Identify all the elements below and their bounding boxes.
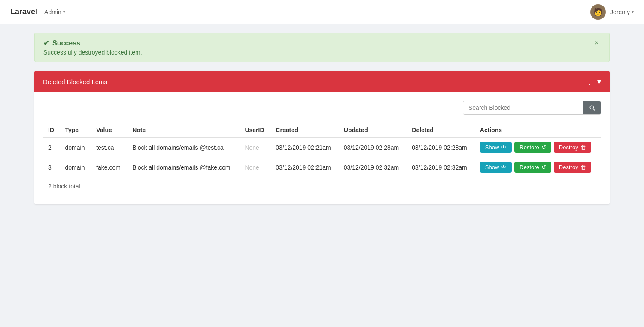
cell-note: Block all domains/emails @fake.com <box>127 157 240 177</box>
eye-icon: 👁 <box>501 164 507 170</box>
search-button[interactable] <box>583 101 601 114</box>
cell-note: Block all domains/emails @test.ca <box>127 137 240 157</box>
col-note: Note <box>127 123 240 137</box>
cell-id: 3 <box>43 157 60 177</box>
card-header-actions[interactable]: ⋮ ▾ <box>586 77 601 86</box>
alert-title-text: Success <box>52 39 80 47</box>
cell-type: domain <box>60 157 91 177</box>
admin-label: Admin <box>44 9 61 15</box>
user-name: Jeremy <box>610 9 630 15</box>
show-button[interactable]: Show 👁 <box>480 162 512 173</box>
cell-created: 03/12/2019 02:21am <box>270 157 339 177</box>
navbar: Laravel Admin ▾ 🧑 Jeremy ▾ <box>0 0 644 24</box>
cell-actions: Show 👁 Restore ↺ Destroy 🗑 <box>475 137 601 157</box>
user-menu[interactable]: 🧑 Jeremy ▾ <box>590 4 634 20</box>
alert-title: ✔ Success <box>43 39 142 47</box>
cell-id: 2 <box>43 137 60 157</box>
cell-deleted: 03/12/2019 02:32am <box>407 157 475 177</box>
main-card: Deleted Blocked Items ⋮ ▾ <box>34 71 610 204</box>
search-input[interactable] <box>463 101 583 114</box>
col-userid: UserID <box>240 123 270 137</box>
col-deleted: Deleted <box>407 123 475 137</box>
cell-actions: Show 👁 Restore ↺ Destroy 🗑 <box>475 157 601 177</box>
col-actions: Actions <box>475 123 601 137</box>
trash-icon: 🗑 <box>580 164 586 170</box>
table-row: 2 domain test.ca Block all domains/email… <box>43 137 601 157</box>
card-body: ID Type Value Note UserID Created Update… <box>34 92 610 204</box>
col-value: Value <box>91 123 127 137</box>
table-header-row: ID Type Value Note UserID Created Update… <box>43 123 601 137</box>
table-body: 2 domain test.ca Block all domains/email… <box>43 137 601 177</box>
check-icon: ✔ <box>43 39 49 47</box>
alert-content: ✔ Success Successfully destroyed blocked… <box>43 39 142 56</box>
cell-value: test.ca <box>91 137 127 157</box>
cell-created: 03/12/2019 02:21am <box>270 137 339 157</box>
search-input-wrap <box>463 101 601 115</box>
show-button[interactable]: Show 👁 <box>480 142 512 153</box>
restore-icon: ↺ <box>541 164 546 170</box>
destroy-button[interactable]: Destroy 🗑 <box>554 142 591 153</box>
page-content: ✔ Success Successfully destroyed blocked… <box>0 24 644 213</box>
restore-button[interactable]: Restore ↺ <box>514 142 551 153</box>
eye-icon: 👁 <box>501 144 507 151</box>
cell-deleted: 03/12/2019 02:28am <box>407 137 475 157</box>
card-dropdown-icon: ▾ <box>597 77 601 86</box>
navbar-left: Laravel Admin ▾ <box>10 7 65 16</box>
cell-userid: None <box>240 137 270 157</box>
trash-icon: 🗑 <box>580 144 586 151</box>
actions-group: Show 👁 Restore ↺ Destroy 🗑 <box>480 142 596 153</box>
blocked-items-table: ID Type Value Note UserID Created Update… <box>43 123 601 177</box>
card-actions-icon: ⋮ <box>586 77 594 86</box>
col-updated: Updated <box>339 123 407 137</box>
avatar: 🧑 <box>590 4 606 20</box>
alert-message: Successfully destroyed blocked item. <box>43 49 142 56</box>
col-type: Type <box>60 123 91 137</box>
table-head: ID Type Value Note UserID Created Update… <box>43 123 601 137</box>
admin-menu[interactable]: Admin ▾ <box>44 9 65 15</box>
alert-close-button[interactable]: × <box>592 39 601 47</box>
cell-updated: 03/12/2019 02:28am <box>339 137 407 157</box>
success-alert: ✔ Success Successfully destroyed blocked… <box>34 33 610 62</box>
card-header: Deleted Blocked Items ⋮ ▾ <box>34 71 610 92</box>
cell-type: domain <box>60 137 91 157</box>
search-bar <box>43 101 601 115</box>
actions-group: Show 👁 Restore ↺ Destroy 🗑 <box>480 162 596 173</box>
search-icon <box>589 104 595 111</box>
brand-logo: Laravel <box>10 7 37 16</box>
col-id: ID <box>43 123 60 137</box>
user-name-area: Jeremy ▾ <box>610 9 634 15</box>
card-title: Deleted Blocked Items <box>43 78 107 85</box>
cell-updated: 03/12/2019 02:32am <box>339 157 407 177</box>
block-total: 2 block total <box>43 177 601 196</box>
cell-value: fake.com <box>91 157 127 177</box>
user-dropdown-icon: ▾ <box>632 9 634 14</box>
cell-userid: None <box>240 157 270 177</box>
restore-button[interactable]: Restore ↺ <box>514 162 551 173</box>
admin-dropdown-icon: ▾ <box>63 9 65 14</box>
restore-icon: ↺ <box>541 144 546 151</box>
col-created: Created <box>270 123 339 137</box>
destroy-button[interactable]: Destroy 🗑 <box>554 162 591 173</box>
table-row: 3 domain fake.com Block all domains/emai… <box>43 157 601 177</box>
